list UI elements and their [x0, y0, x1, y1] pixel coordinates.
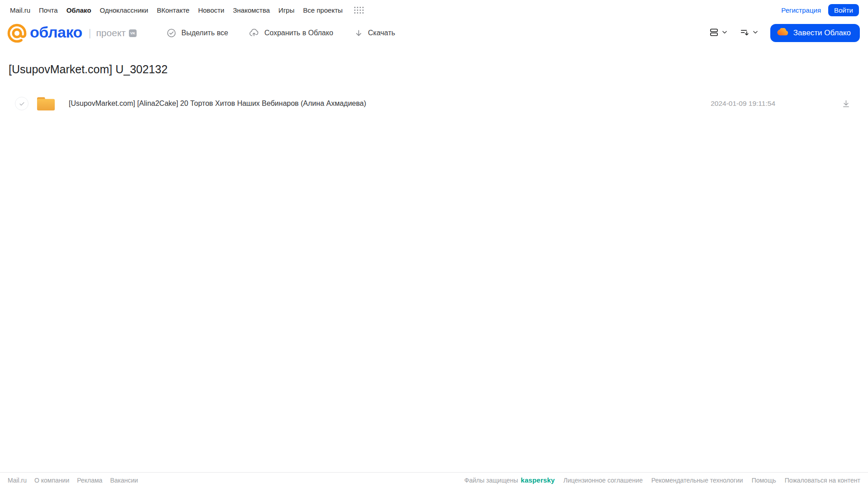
logo-wordmark: облако [30, 24, 82, 43]
footer-link-report[interactable]: Пожаловаться на контент [785, 477, 860, 484]
portal-topbar: Mail.ru Почта Облако Одноклассники ВКонт… [0, 0, 868, 19]
cloud-upload-icon [249, 28, 259, 38]
file-date: 2024-01-09 19:11:54 [711, 99, 775, 108]
app-header: облако | проект VK Выделить все [0, 19, 868, 47]
get-cloud-label: Завести Облако [793, 28, 851, 38]
select-all-button[interactable]: Выделить все [166, 28, 228, 38]
portal-link-odnoklassniki[interactable]: Одноклассники [100, 6, 148, 14]
get-cloud-button[interactable]: Завести Облако [770, 24, 860, 42]
download-arrow-icon [354, 28, 363, 38]
footer-link-about[interactable]: О компании [34, 477, 69, 484]
sort-icon [740, 27, 750, 39]
footer-right-links: Файлы защищены kaspersky Лицензионное со… [464, 476, 860, 484]
protected-label: Файлы защищены [464, 477, 518, 484]
login-button[interactable]: Войти [828, 4, 859, 16]
save-to-cloud-label: Сохранить в Облако [264, 29, 333, 37]
footer-left-links: Mail.ru О компании Реклама Вакансии [8, 477, 138, 484]
footer-link-ads[interactable]: Реклама [77, 477, 102, 484]
project-label: проект [96, 28, 126, 38]
row-checkbox[interactable] [15, 97, 28, 110]
footer-link-help[interactable]: Помощь [752, 477, 776, 484]
portal-link-oblako[interactable]: Облако [66, 6, 91, 14]
sort-dropdown[interactable] [740, 27, 759, 39]
page-footer: Mail.ru О компании Реклама Вакансии Файл… [0, 472, 868, 488]
list-view-icon [709, 27, 719, 39]
vk-badge-icon: VK [129, 29, 137, 37]
portal-link-mailru[interactable]: Mail.ru [10, 6, 30, 14]
view-mode-dropdown[interactable] [709, 27, 728, 39]
portal-link-all-projects[interactable]: Все проекты [303, 6, 343, 14]
folder-icon [36, 95, 56, 112]
portal-link-pochta[interactable]: Почта [39, 6, 58, 14]
check-circle-icon [166, 28, 176, 38]
portal-link-znakomstva[interactable]: Знакомства [233, 6, 270, 14]
portal-link-novosti[interactable]: Новости [198, 6, 224, 14]
kaspersky-logo[interactable]: kaspersky [521, 476, 555, 484]
cloud-color-icon [777, 28, 788, 38]
portal-link-igry[interactable]: Игры [279, 6, 294, 14]
chevron-down-icon [721, 29, 728, 37]
file-name[interactable]: [UsupovMarket.com] [Alina2Cake] 20 Торто… [69, 99, 366, 108]
chevron-down-icon [752, 29, 759, 37]
actions-toolbar: Выделить все Сохранить в Облако Скача [166, 28, 395, 38]
file-row[interactable]: [UsupovMarket.com] [Alina2Cake] 20 Торто… [0, 93, 868, 114]
select-all-label: Выделить все [181, 29, 228, 37]
download-all-button[interactable]: Скачать [354, 28, 395, 38]
mailru-at-icon [7, 24, 27, 43]
header-right-controls: Завести Облако [709, 24, 860, 42]
cloud-public-page: Mail.ru Почта Облако Одноклассники ВКонт… [0, 0, 868, 488]
save-to-cloud-button[interactable]: Сохранить в Облако [249, 28, 333, 38]
page-title: [UsupovMarket.com] U_302132 [9, 63, 868, 76]
logo-divider: | [89, 27, 91, 39]
download-label: Скачать [368, 29, 395, 37]
row-download-icon[interactable] [841, 99, 851, 109]
footer-link-mailru[interactable]: Mail.ru [8, 477, 27, 484]
main-content: [UsupovMarket.com] U_302132 [0, 47, 868, 472]
footer-link-license[interactable]: Лицензионное соглашение [564, 477, 643, 484]
footer-link-recommendations[interactable]: Рекомендательные технологии [651, 477, 743, 484]
cloud-logo[interactable]: облако [7, 24, 82, 43]
footer-link-jobs[interactable]: Вакансии [110, 477, 138, 484]
registration-link[interactable]: Регистрация [781, 6, 821, 14]
portal-links: Mail.ru Почта Облако Одноклассники ВКонт… [10, 6, 364, 14]
topbar-auth: Регистрация Войти [781, 4, 859, 16]
kaspersky-protection: Файлы защищены kaspersky [464, 476, 555, 484]
portal-link-vkontakte[interactable]: ВКонтакте [157, 6, 190, 14]
all-projects-grid-icon[interactable] [354, 7, 364, 14]
